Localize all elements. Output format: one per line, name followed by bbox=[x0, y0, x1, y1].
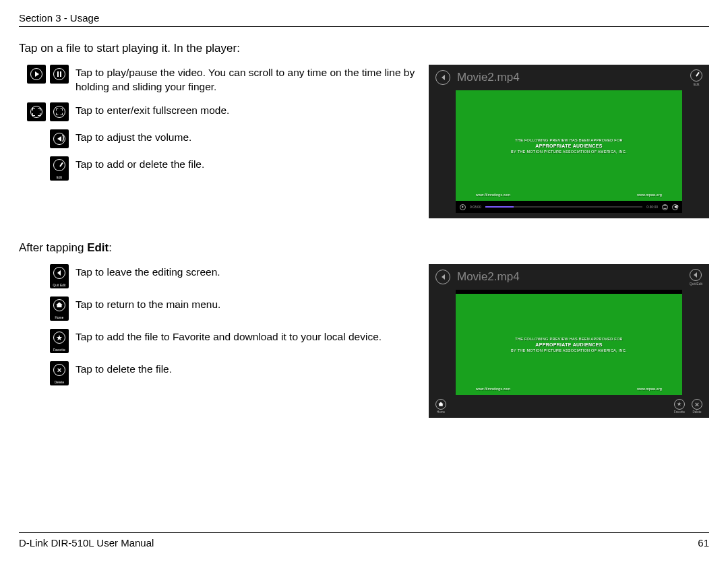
legend-row-fullscreen: Tap to enter/exit fullscreen mode. bbox=[19, 102, 415, 121]
legend-row-playpause: Tap to play/pause the video. You can scr… bbox=[19, 65, 415, 94]
page-number: 61 bbox=[698, 537, 709, 549]
legend-text: Tap to play/pause the video. You can scr… bbox=[75, 65, 415, 94]
legend-player: Tap to play/pause the video. You can scr… bbox=[19, 65, 415, 189]
video-title: Movie2.mp4 bbox=[457, 270, 683, 284]
timeline[interactable]: 0:03:00 0:30:00 bbox=[456, 201, 682, 213]
quit-edit-icon: Quit Edit bbox=[50, 264, 69, 288]
pause-icon bbox=[50, 65, 69, 84]
legend-row-favorite: ★ Favorite Tap to add the file to Favori… bbox=[19, 329, 415, 353]
section1-title: Tap on a file to start playing it. In th… bbox=[19, 42, 709, 55]
legend-row-delete: × Delete Tap to delete the file. bbox=[19, 361, 415, 385]
footer-title: D-Link DIR-510L User Manual bbox=[19, 537, 154, 549]
section2-title: After tapping Edit: bbox=[19, 241, 709, 255]
legend-row-quitedit: Quit Edit Tap to leave the editing scree… bbox=[19, 264, 415, 288]
home-icon: Home bbox=[50, 296, 69, 321]
page-footer: D-Link DIR-510L User Manual 61 bbox=[19, 532, 709, 549]
delete-icon: × Delete bbox=[50, 361, 69, 385]
legend-text: Tap to adjust the volume. bbox=[75, 129, 415, 145]
play-icon bbox=[27, 65, 46, 84]
legend-row-home: Home Tap to return to the main menu. bbox=[19, 296, 415, 321]
preview-card: THE FOLLOWING PREVIEW HAS BEEN APPROVED … bbox=[456, 294, 682, 395]
legend-row-edit: Edit Tap to add or delete the file. bbox=[19, 156, 415, 181]
legend-text: Tap to delete the file. bbox=[75, 361, 415, 377]
quit-edit-button[interactable]: Quit Edit bbox=[690, 269, 702, 286]
fullscreen-exit-icon bbox=[50, 102, 69, 121]
video-title: Movie2.mp4 bbox=[457, 71, 684, 84]
fullscreen-enter-icon bbox=[27, 102, 46, 121]
play-button[interactable] bbox=[460, 204, 466, 210]
screenshot-edit: Movie2.mp4 Quit Edit THE FOLLOWING PREVI… bbox=[429, 264, 709, 418]
volume-icon bbox=[50, 129, 69, 148]
legend-text: Tap to add or delete the file. bbox=[75, 156, 415, 172]
volume-button[interactable] bbox=[672, 204, 678, 210]
section-label: Section 3 - Usage bbox=[19, 12, 99, 24]
fullscreen-button[interactable] bbox=[662, 204, 668, 210]
progress-bar[interactable] bbox=[485, 206, 643, 208]
delete-button[interactable]: × Delete bbox=[692, 399, 702, 414]
section-player: Tap on a file to start playing it. In th… bbox=[19, 42, 709, 218]
back-icon[interactable] bbox=[435, 70, 450, 85]
legend-text: Tap to add the file to Favorite and down… bbox=[75, 329, 415, 344]
legend-edit: Quit Edit Tap to leave the editing scree… bbox=[19, 264, 415, 394]
back-icon[interactable] bbox=[435, 270, 450, 284]
legend-text: Tap to enter/exit fullscreen mode. bbox=[75, 102, 415, 118]
legend-text: Tap to return to the main menu. bbox=[75, 296, 415, 312]
legend-text: Tap to leave the editing screen. bbox=[75, 264, 415, 280]
section-edit: After tapping Edit: Quit Edit Tap to lea… bbox=[19, 241, 709, 418]
preview-card: THE FOLLOWING PREVIEW HAS BEEN APPROVED … bbox=[456, 90, 682, 201]
page-header: Section 3 - Usage bbox=[19, 12, 709, 27]
screenshot-player: Movie2.mp4 Edit THE FOLLOWING PREVIEW HA… bbox=[429, 65, 709, 218]
edit-icon: Edit bbox=[50, 156, 69, 181]
edit-button[interactable]: Edit bbox=[690, 69, 702, 86]
favorite-button[interactable]: ★ Favorite bbox=[674, 399, 685, 414]
favorite-icon: ★ Favorite bbox=[50, 329, 69, 353]
home-button[interactable]: Home bbox=[435, 399, 446, 414]
legend-row-volume: Tap to adjust the volume. bbox=[19, 129, 415, 148]
